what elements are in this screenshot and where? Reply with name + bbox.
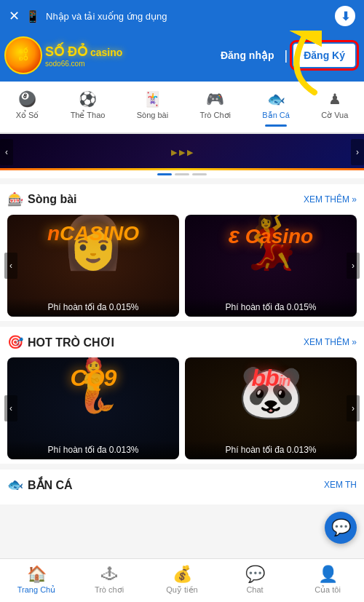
top-bar-title: Nhập và tải xuống ứng dụng: [46, 11, 167, 22]
ban-ca-title: 🐟 BẮN CÁ: [7, 477, 73, 493]
tab-co-vua-label: Cờ Vua: [321, 111, 348, 120]
game-card-cq9[interactable]: 🧜 CQ9 Phí hoàn tối đa 0.013%: [7, 357, 179, 459]
nav-chat[interactable]: 💬 Chat: [233, 565, 277, 595]
download-button[interactable]: ⬇: [335, 6, 355, 26]
ban-ca-icon: 🐟: [267, 90, 285, 108]
song-bai-section-icon: 🎰: [7, 191, 23, 207]
tab-ban-ca[interactable]: 🐟 Bắn Cá: [256, 87, 296, 130]
bottom-nav: 🏠 Trang Chủ 🕹 Trò chơi 💰 Quỹ tiền 💬 Chat…: [0, 558, 364, 602]
song-bai-title-text: Sòng bài: [28, 193, 77, 206]
nav-buttons: Đăng nhập | Đăng Ký: [216, 44, 355, 67]
ban-ca-see-more[interactable]: XEM TH: [324, 480, 357, 490]
top-bar: ✕ 📱 Nhập và tải xuống ứng dụng ⬇: [0, 0, 364, 32]
logo-brand: SỐ ĐỎ casino: [45, 44, 122, 60]
category-tabs: 🎱 Xổ Số ⚽ Thể Thao 🃏 Sòng bài 🎮 Trò Chơi…: [0, 82, 364, 134]
casino-brand-1: nCASINO: [47, 222, 139, 245]
casino-card-1-promo: Phí hoàn tối đa 0.015%: [47, 302, 138, 312]
tab-co-vua[interactable]: ♟ Cờ Vua: [315, 87, 354, 130]
tab-ban-ca-label: Bắn Cá: [262, 111, 290, 120]
logo-text: SỐ ĐỎ casino sodo66.com: [45, 44, 122, 68]
hot-tro-choi-title-text: HOT TRÒ CHƠI: [28, 336, 114, 349]
song-bai-arrow-left[interactable]: ‹: [4, 253, 17, 279]
dot-2: [175, 173, 189, 175]
casino-card-1-overlay: Phí hoàn tối đa 0.015%: [7, 298, 179, 317]
hot-tro-choi-title: 🎯 HOT TRÒ CHƠI: [7, 334, 114, 350]
bb-card-overlay: Phí hoàn tối đa 0.013%: [185, 440, 357, 459]
chat-icon: 💬: [245, 565, 265, 584]
casino-brand-2: ε Casino: [229, 222, 313, 249]
top-bar-left: ✕ 📱 Nhập và tải xuống ứng dụng: [9, 8, 167, 24]
the-thao-icon: ⚽: [79, 90, 97, 108]
casino-card-1[interactable]: 👩 nCASINO Phí hoàn tối đa 0.015%: [7, 215, 179, 317]
logo-site: sodo66.com: [45, 60, 122, 68]
co-vua-icon: ♟: [328, 90, 341, 108]
tab-the-thao[interactable]: ⚽ Thể Thao: [65, 87, 111, 130]
header: SỐĐỎ SỐ ĐỎ casino sodo66.com Đăng nhập |…: [0, 32, 364, 82]
hot-arrow-right[interactable]: ›: [347, 395, 360, 421]
game-card-bb[interactable]: 🐼 bbin Phí hoàn tối đa 0.013%: [185, 357, 357, 459]
banner-text: ▶ ▶ ▶: [171, 148, 193, 157]
bb-brand: bbin: [252, 365, 290, 392]
casino-card-2-promo: Phí hoàn tối đa 0.015%: [225, 302, 316, 312]
song-bai-grid: 👩 nCASINO Phí hoàn tối đa 0.015% 💃: [7, 215, 357, 317]
chat-fab[interactable]: 💬: [325, 512, 357, 544]
dot-1: [157, 173, 172, 175]
logo-area: SỐĐỎ SỐ ĐỎ casino sodo66.com: [4, 36, 122, 74]
hot-tro-choi-icon: 🎯: [7, 334, 23, 350]
banner: ▶ ▶ ▶ ‹ ›: [0, 134, 364, 170]
home-icon: 🏠: [27, 565, 47, 584]
nav-cua-toi[interactable]: 👤 Của tôi: [306, 565, 349, 595]
phone-icon: 📱: [25, 9, 40, 23]
tab-tro-choi[interactable]: 🎮 Trò Chơi: [194, 87, 237, 130]
divider: |: [285, 48, 288, 63]
tro-choi-icon: 🎮: [206, 90, 224, 108]
banner-arrow-left[interactable]: ‹: [0, 139, 13, 165]
hot-tro-choi-section: 🎯 HOT TRÒ CHƠI XEM THÊM » 🧜 CQ9 Phí hoàn…: [0, 327, 364, 464]
cq9-card-promo: Phí hoàn tối đa 0.013%: [47, 445, 138, 455]
banner-arrow-right[interactable]: ›: [351, 139, 364, 165]
song-bai-icon: 🃏: [143, 90, 162, 108]
nav-quy-tien-label: Quỹ tiền: [166, 585, 197, 595]
logo-icon: SỐĐỎ: [4, 36, 42, 74]
active-indicator: [265, 124, 287, 127]
nav-trang-chu-label: Trang Chủ: [17, 585, 55, 595]
tab-song-bai-label: Sòng bài: [137, 111, 168, 119]
ban-ca-section-icon: 🐟: [7, 477, 23, 493]
cq9-brand: CQ9: [71, 365, 116, 392]
register-button[interactable]: Đăng Ký: [293, 44, 355, 67]
song-bai-title: 🎰 Sòng bài: [7, 191, 77, 207]
login-button[interactable]: Đăng nhập: [216, 47, 279, 64]
song-bai-arrow-right[interactable]: ›: [347, 253, 360, 279]
nav-chat-label: Chat: [246, 585, 263, 594]
nav-tro-choi-label: Trò chơi: [95, 585, 124, 595]
hot-arrow-left[interactable]: ‹: [4, 395, 17, 421]
close-icon[interactable]: ✕: [9, 8, 20, 24]
hot-tro-choi-grid: 🧜 CQ9 Phí hoàn tối đa 0.013% 🐼 bbin Ph: [7, 357, 357, 459]
user-icon: 👤: [318, 565, 338, 584]
nav-quy-tien[interactable]: 💰 Quỹ tiền: [160, 565, 204, 595]
tab-xo-so[interactable]: 🎱 Xổ Số: [10, 87, 45, 130]
hot-tro-choi-cards: 🧜 CQ9 Phí hoàn tối đa 0.013% 🐼 bbin Ph: [7, 357, 357, 459]
nav-tro-choi[interactable]: 🕹 Trò chơi: [87, 565, 131, 595]
xo-so-icon: 🎱: [18, 90, 36, 108]
casino-card-2[interactable]: 💃 ε Casino Phí hoàn tối đa 0.015%: [185, 215, 357, 317]
song-bai-section: 🎰 Sòng bài XEM THÊM » 👩 nCASINO Phí hoàn…: [0, 184, 364, 321]
hot-tro-choi-header: 🎯 HOT TRÒ CHƠI XEM THÊM »: [7, 334, 357, 350]
song-bai-see-more[interactable]: XEM THÊM »: [304, 194, 357, 205]
tab-the-thao-label: Thể Thao: [71, 111, 106, 120]
cq9-card-overlay: Phí hoàn tối đa 0.013%: [7, 440, 179, 459]
tab-song-bai[interactable]: 🃏 Sòng bài: [131, 87, 174, 130]
nav-cua-toi-label: Của tôi: [314, 585, 341, 595]
song-bai-header: 🎰 Sòng bài XEM THÊM »: [7, 191, 357, 207]
ban-ca-see-more-text: XEM TH: [324, 480, 357, 490]
banner-dots: [0, 170, 364, 178]
ban-ca-section: 🐟 BẮN CÁ XEM TH: [0, 470, 364, 504]
song-bai-cards: 👩 nCASINO Phí hoàn tối đa 0.015% 💃: [7, 215, 357, 317]
hot-tro-choi-see-more[interactable]: XEM THÊM »: [304, 337, 357, 347]
nav-trang-chu[interactable]: 🏠 Trang Chủ: [15, 565, 58, 595]
bb-card-promo: Phí hoàn tối đa 0.013%: [225, 445, 316, 455]
dot-3: [192, 173, 207, 175]
gamepad-icon: 🕹: [101, 565, 117, 584]
tab-tro-choi-label: Trò Chơi: [199, 111, 231, 120]
ban-ca-title-text: BẮN CÁ: [28, 478, 73, 492]
